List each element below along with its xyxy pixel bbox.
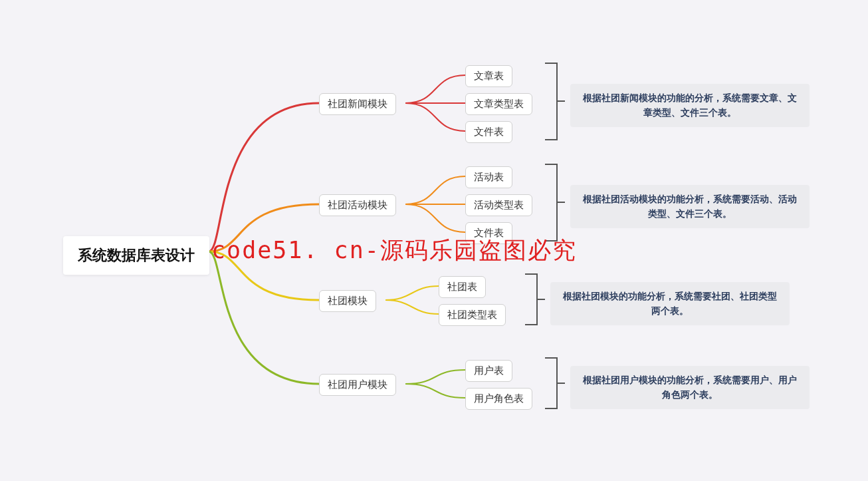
leaf-label: 活动表 — [474, 171, 504, 182]
leaf-label: 用户表 — [474, 365, 504, 376]
annotation-text: 根据社团模块的功能分析，系统需要社团、社团类型两个表。 — [563, 291, 777, 316]
leaf-label: 文章表 — [474, 70, 504, 81]
leaf-label: 用户角色表 — [474, 393, 524, 404]
annotation-text: 根据社团新闻模块的功能的分析，系统需要文章、文章类型、文件三个表。 — [583, 92, 797, 118]
module-label: 社团新闻模块 — [328, 98, 387, 109]
leaf-label: 文件表 — [474, 126, 504, 137]
leaf-label: 社团类型表 — [447, 309, 497, 320]
leaf-node[interactable]: 社团表 — [439, 276, 486, 298]
annotation-club: 根据社团模块的功能分析，系统需要社团、社团类型两个表。 — [550, 282, 790, 325]
leaf-node[interactable]: 用户角色表 — [465, 388, 532, 410]
annotation-news: 根据社团新闻模块的功能的分析，系统需要文章、文章类型、文件三个表。 — [570, 84, 810, 127]
annotation-activity: 根据社团活动模块的功能分析，系统需要活动、活动类型、文件三个表。 — [570, 185, 810, 228]
annotation-user: 根据社团用户模块的功能分析，系统需要用户、用户角色两个表。 — [570, 366, 810, 409]
module-label: 社团活动模块 — [328, 199, 387, 210]
annotation-text: 根据社团用户模块的功能分析，系统需要用户、用户角色两个表。 — [583, 375, 797, 400]
module-node-activity[interactable]: 社团活动模块 — [319, 194, 396, 216]
leaf-node[interactable]: 用户表 — [465, 360, 512, 382]
annotation-text: 根据社团活动模块的功能分析，系统需要活动、活动类型、文件三个表。 — [583, 194, 797, 219]
module-label: 社团模块 — [328, 295, 368, 306]
module-label: 社团用户模块 — [328, 379, 387, 390]
leaf-node[interactable]: 文章表 — [465, 65, 512, 87]
leaf-node[interactable]: 文章类型表 — [465, 93, 532, 115]
leaf-node[interactable]: 活动类型表 — [465, 194, 532, 216]
module-node-news[interactable]: 社团新闻模块 — [319, 93, 396, 115]
leaf-label: 文章类型表 — [474, 98, 524, 109]
module-node-user[interactable]: 社团用户模块 — [319, 374, 396, 396]
leaf-node[interactable]: 社团类型表 — [439, 304, 506, 326]
leaf-node[interactable]: 活动表 — [465, 166, 512, 188]
watermark-text: code51. cn-源码乐园盗图必究 — [211, 235, 577, 266]
root-label: 系统数据库表设计 — [78, 247, 195, 263]
leaf-label: 社团表 — [447, 281, 477, 292]
leaf-node[interactable]: 文件表 — [465, 121, 512, 143]
root-node[interactable]: 系统数据库表设计 — [63, 236, 209, 275]
module-node-club[interactable]: 社团模块 — [319, 290, 376, 312]
leaf-label: 活动类型表 — [474, 199, 524, 210]
